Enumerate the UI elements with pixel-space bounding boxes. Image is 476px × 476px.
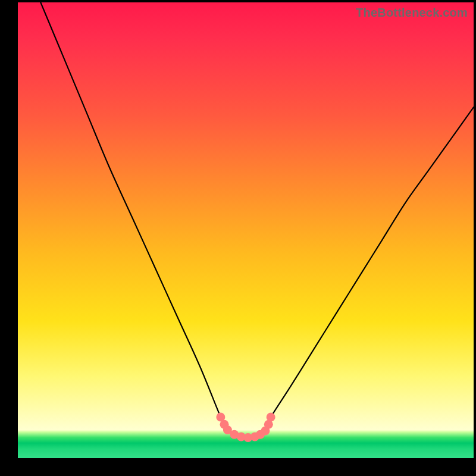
chart-frame: TheBottleneck.com: [0, 0, 476, 476]
curve-markers: [216, 413, 275, 442]
marker-dot: [267, 413, 275, 422]
bottleneck-curve: [40, 2, 474, 438]
plot-area: TheBottleneck.com: [18, 2, 474, 458]
chart-svg: [18, 2, 474, 458]
